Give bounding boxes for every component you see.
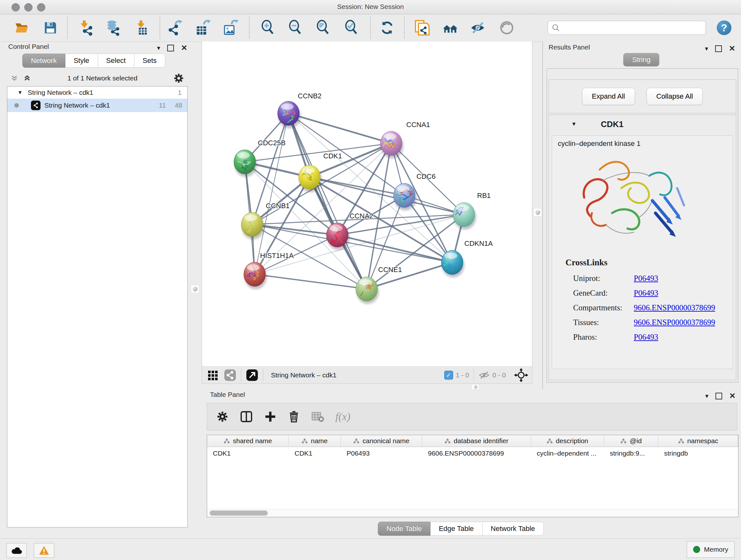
cybrowser-home-button[interactable] — [441, 19, 459, 37]
column-header-canonicalname[interactable]: canonical name — [341, 435, 422, 447]
expand-all-icon[interactable] — [22, 73, 32, 83]
network-node-CCNB1[interactable]: CCNB1 — [240, 202, 289, 240]
scrollbar-thumb[interactable] — [210, 510, 268, 516]
zoom-selected-button[interactable] — [343, 19, 360, 37]
delete-table-icon[interactable] — [311, 410, 325, 423]
search-box[interactable] — [548, 21, 706, 35]
table-cell[interactable]: cyclin–dependent ... — [531, 447, 604, 460]
column-header-namespac[interactable]: namespac — [658, 435, 738, 447]
network-graph[interactable]: CCNB2CCNA1CDC25BCDK1CDC6RB1CCNB1CCNA2CDK… — [202, 42, 532, 366]
tab-select[interactable]: Select — [98, 54, 134, 68]
panel-float-icon[interactable] — [716, 393, 722, 399]
panel-close-icon[interactable]: ✕ — [181, 44, 187, 52]
panel-close-icon[interactable]: ✕ — [729, 44, 735, 53]
table-cell[interactable]: CDK1 — [289, 447, 341, 460]
tab-style[interactable]: Style — [65, 54, 98, 68]
tab-sets[interactable]: Sets — [134, 54, 165, 68]
table-cell[interactable]: 9606.ENSP00000378699 — [422, 447, 531, 460]
panel-menu-icon[interactable]: ▾ — [705, 45, 708, 52]
column-header-databaseidentifier[interactable]: database identifier — [422, 435, 531, 447]
collapse-all-icon[interactable] — [10, 73, 19, 83]
entry-expander-icon[interactable]: ▼ — [571, 121, 577, 127]
function-builder-icon[interactable]: f(x) — [335, 411, 350, 423]
panel-close-icon[interactable]: ✕ — [729, 391, 736, 400]
network-edge-HIST1H1A-CCNE1[interactable] — [255, 274, 367, 289]
crosslink-link[interactable]: P06493 — [634, 274, 658, 283]
export-image-button[interactable] — [222, 19, 240, 37]
network-view-icon[interactable] — [224, 369, 237, 381]
add-column-plus-icon[interactable] — [264, 410, 277, 423]
open-session-button[interactable] — [13, 19, 30, 37]
import-network-from-file-button[interactable] — [77, 19, 95, 37]
table-row[interactable]: CDK1CDK1P064939606.ENSP00000378699cyclin… — [207, 447, 738, 460]
grid-view-icon[interactable] — [207, 369, 219, 381]
expand-all-button[interactable]: Expand All — [582, 88, 635, 105]
network-canvas[interactable]: CCNB2CCNA1CDC25BCDK1CDC6RB1CCNB1CCNA2CDK… — [202, 42, 532, 367]
node-label: CDC25B — [258, 139, 286, 147]
birdseye-crosshair-icon[interactable] — [514, 368, 528, 382]
export-table-button[interactable] — [194, 19, 212, 37]
hide-unhide-button[interactable] — [469, 19, 487, 37]
crosslink-link[interactable]: P06493 — [634, 289, 658, 298]
network-node-CCNB2[interactable]: CCNB2 — [278, 92, 322, 130]
tab-node-table[interactable]: Node Table — [378, 522, 430, 536]
panel-float-icon[interactable] — [715, 45, 722, 52]
tab-network-table[interactable]: Network Table — [482, 522, 544, 536]
column-header-sharedname[interactable]: shared name — [207, 435, 289, 447]
network-edge-CCNB2-HIST1H1A[interactable] — [255, 113, 288, 274]
memory-button[interactable]: Memory — [687, 541, 735, 558]
import-table-button[interactable] — [133, 19, 151, 37]
tab-network[interactable]: Network — [22, 54, 65, 68]
right-splitter-handle[interactable] — [534, 208, 542, 216]
entry-header[interactable]: ▼ CDK1 — [549, 115, 736, 133]
network-edge-CCNB1-CCNA2[interactable] — [252, 225, 337, 235]
network-node-RB1[interactable]: RB1 — [452, 192, 491, 230]
column-header-name[interactable]: name — [289, 435, 341, 447]
network-node-CCNA1[interactable]: CCNA1 — [380, 121, 430, 159]
collapse-all-button[interactable]: Collapse All — [647, 88, 703, 105]
table-cell[interactable]: P06493 — [341, 447, 422, 460]
search-input[interactable] — [560, 24, 705, 32]
zoom-out-button[interactable] — [286, 19, 305, 37]
network-edge-CCNB2-CCNE1[interactable] — [288, 113, 367, 289]
help-button[interactable]: ? — [717, 20, 731, 35]
crosslink-link[interactable]: P06493 — [634, 333, 658, 341]
network-collection-row[interactable]: ▼ String Network – cdk1 1 — [7, 86, 187, 99]
cloud-status-button[interactable] — [6, 543, 27, 558]
column-header-id[interactable]: @id — [604, 435, 658, 447]
panel-float-icon[interactable] — [167, 45, 174, 51]
save-session-button[interactable] — [42, 19, 59, 37]
apply-layout-button[interactable] — [378, 19, 396, 37]
tree-expander-icon[interactable]: ▼ — [17, 90, 23, 96]
tab-string[interactable]: String — [623, 53, 659, 66]
warning-status-button[interactable] — [34, 543, 54, 558]
import-network-from-database-button[interactable] — [105, 19, 122, 37]
table-horizontal-scrollbar[interactable] — [207, 509, 738, 517]
selected-checkbox-icon[interactable]: ✓ — [444, 371, 453, 380]
crosslink-link[interactable]: 9606.ENSP00000378699 — [634, 303, 715, 312]
delete-column-trash-icon[interactable] — [287, 410, 300, 423]
string-import-button[interactable] — [413, 19, 431, 37]
gear-icon[interactable] — [173, 72, 185, 84]
hidden-eye-slash-icon[interactable] — [478, 370, 490, 380]
panel-menu-icon[interactable]: ▾ — [705, 392, 709, 400]
crosslink-link[interactable]: 9606.ENSP00000378699 — [634, 318, 715, 327]
table-cell[interactable]: CDK1 — [207, 447, 289, 460]
zoom-in-button[interactable] — [259, 19, 277, 37]
table-settings-gear-icon[interactable] — [216, 410, 229, 423]
show-columns-icon[interactable] — [240, 410, 253, 423]
bottom-splitter-handle[interactable] — [472, 384, 479, 389]
open-in-new-window-icon[interactable] — [246, 369, 259, 381]
panel-menu-icon[interactable]: ▾ — [157, 44, 160, 52]
network-edge-CCNB2-CCNA1[interactable] — [288, 113, 391, 143]
network-row[interactable]: String Network – cdk1 11 48 — [7, 99, 187, 112]
table-cell[interactable]: stringdb:9... — [604, 447, 658, 460]
column-header-description[interactable]: description — [531, 435, 604, 447]
tab-edge-table[interactable]: Edge Table — [430, 522, 482, 536]
show-eye-button[interactable] — [498, 19, 516, 37]
fit-content-button[interactable] — [314, 19, 332, 37]
table-cell[interactable]: stringdb — [658, 447, 738, 460]
export-network-button[interactable] — [166, 19, 185, 37]
left-splitter-handle[interactable] — [191, 285, 199, 293]
network-node-CCNA2[interactable]: CCNA2 — [327, 212, 374, 250]
